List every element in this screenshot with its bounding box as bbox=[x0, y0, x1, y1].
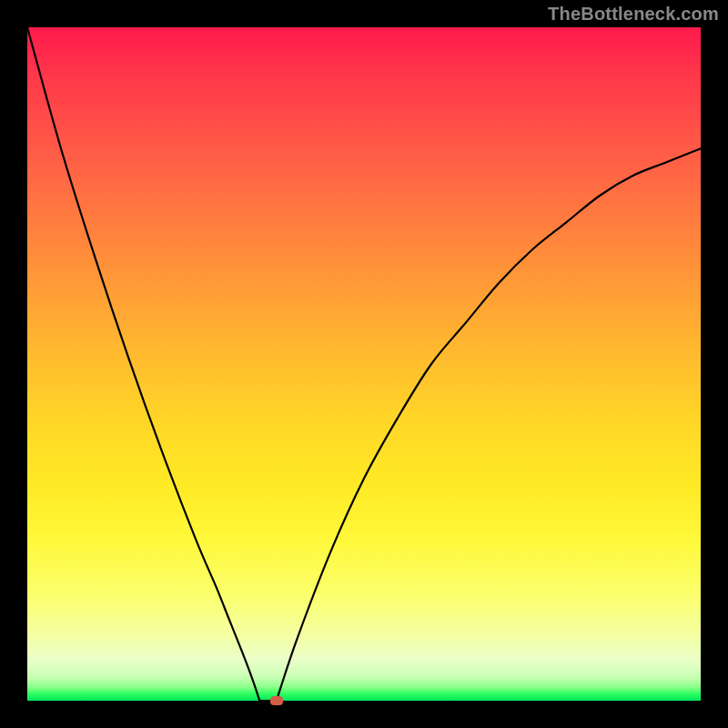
bottleneck-marker bbox=[270, 696, 283, 705]
chart-frame: TheBottleneck.com bbox=[0, 0, 728, 728]
curve-path bbox=[27, 27, 701, 701]
bottleneck-curve bbox=[27, 27, 701, 701]
watermark-text: TheBottleneck.com bbox=[548, 4, 719, 25]
plot-area bbox=[27, 27, 701, 701]
